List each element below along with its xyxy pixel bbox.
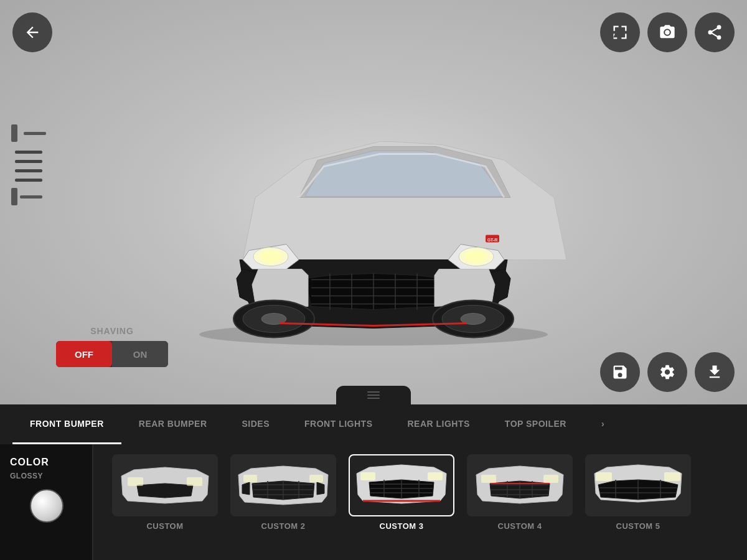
notch-decoration [367,391,380,399]
slider-group-1 [11,124,46,142]
download-button[interactable] [695,352,735,392]
option-custom4-label: CUSTOM 4 [498,521,542,531]
back-icon [24,24,41,41]
svg-point-13 [465,251,487,263]
option-custom5-label: CUSTOM 5 [616,521,660,531]
svg-text:GT-R: GT-R [487,238,498,242]
option-custom[interactable]: CUSTOM [106,454,224,531]
top-right-actions [600,12,735,52]
shaving-label: SHAVING [56,326,168,336]
tab-rear-bumper[interactable]: REAR BUMPER [121,404,225,444]
option-custom5-image [585,454,691,516]
settings-icon [659,363,676,381]
tab-rear-lights[interactable]: REAR LIGHTS [390,404,487,444]
shaving-toggle[interactable]: OFF ON [56,341,168,367]
back-button[interactable] [12,12,52,52]
custom5-bumper-svg [588,457,688,513]
bottom-notch [336,386,411,404]
camera-button[interactable] [647,12,687,52]
svg-rect-27 [309,475,323,482]
custom3-bumper-svg [352,457,451,513]
custom4-bumper-svg [470,457,570,513]
shaving-panel: SHAVING OFF ON [56,326,168,367]
option-custom4-image [467,454,573,516]
car-display: GT-R [131,77,616,357]
custom-bumper-svg [115,457,215,513]
svg-rect-24 [187,477,202,486]
shaving-off-button[interactable]: OFF [56,341,112,367]
camera-icon [659,24,676,41]
share-button[interactable] [695,12,735,52]
svg-rect-61 [664,472,680,481]
expand-button[interactable] [600,12,640,52]
svg-rect-60 [596,472,612,481]
tab-top-spoiler[interactable]: TOP SPOILER [487,404,584,444]
option-custom5[interactable]: CUSTOM 5 [579,454,697,531]
custom2-bumper-svg [233,457,333,513]
bumper-options-list: CUSTOM [93,444,747,560]
option-custom-image [112,454,218,516]
color-sidebar: COLOR GLOSSY [0,444,93,560]
svg-rect-26 [243,475,257,482]
svg-rect-23 [128,477,143,486]
tab-front-lights[interactable]: FRONT LIGHTS [287,404,390,444]
car-svg: GT-R [131,86,616,347]
bottom-right-actions [600,352,735,392]
option-custom3-label: CUSTOM 3 [380,521,424,531]
save-icon [611,363,629,381]
car-viewport: GT-R [0,0,747,404]
svg-rect-52 [543,475,558,483]
shaving-on-button[interactable]: ON [112,341,168,367]
save-button[interactable] [600,352,640,392]
option-custom2-label: CUSTOM 2 [261,521,306,531]
option-custom3[interactable]: CUSTOM 3 [342,454,461,531]
option-custom-label: CUSTOM [146,521,183,531]
option-custom3-image [349,454,454,516]
color-title: COLOR [10,457,49,468]
tab-more[interactable]: › [584,404,622,444]
slider-row-1 [11,124,46,142]
nav-tabs-bar: FRONT BUMPER REAR BUMPER SIDES FRONT LIG… [0,404,747,444]
option-custom2-image [230,454,336,516]
tab-sides[interactable]: SIDES [225,404,288,444]
svg-rect-42 [360,472,375,480]
left-adjustment-panel [11,124,46,205]
svg-rect-51 [481,475,496,483]
color-swatch-white[interactable] [30,489,63,523]
color-subtitle: GLOSSY [10,472,43,480]
options-panel: COLOR GLOSSY CUSTOM [0,444,747,560]
option-custom2[interactable]: CUSTOM 2 [224,454,342,531]
svg-rect-43 [428,472,443,480]
share-icon [706,24,723,41]
expand-icon [611,24,629,41]
tab-front-bumper[interactable]: FRONT BUMPER [12,404,121,444]
svg-point-11 [260,251,282,263]
settings-button[interactable] [647,352,687,392]
download-icon [706,363,723,381]
slider-lines [11,151,46,205]
option-custom4[interactable]: CUSTOM 4 [461,454,579,531]
more-arrow: › [601,419,604,429]
